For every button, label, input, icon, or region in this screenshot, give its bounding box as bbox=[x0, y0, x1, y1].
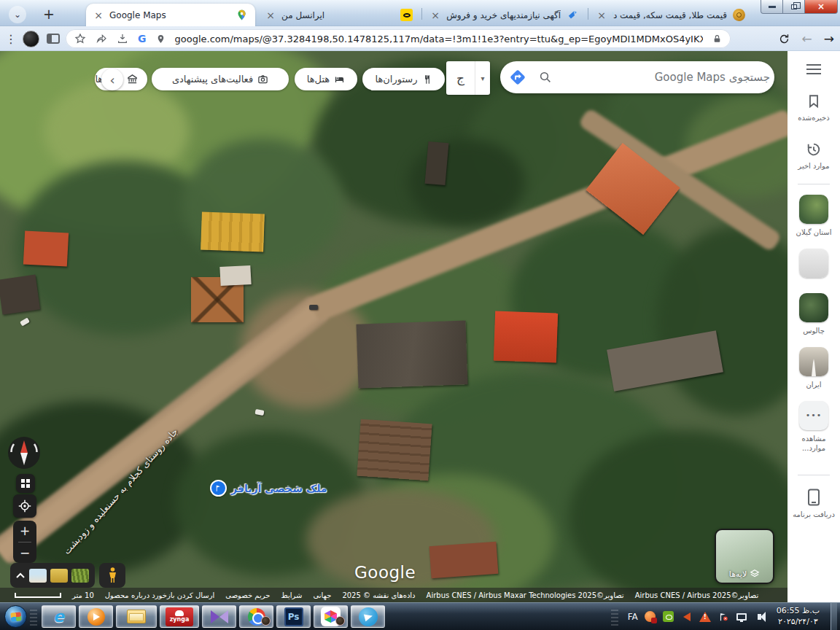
minimize-icon bbox=[769, 6, 776, 8]
sidebar-item-recents[interactable]: موارد اخیر bbox=[798, 141, 829, 171]
hotel-bed-icon bbox=[334, 74, 345, 85]
zoom-control: + − bbox=[13, 521, 36, 563]
collapse-chevron-icon[interactable] bbox=[15, 572, 26, 579]
taskbar-internet-explorer-button[interactable]: e bbox=[42, 605, 76, 628]
tab-irancell[interactable]: × ایرانسل من bbox=[258, 4, 420, 26]
imagery-thumb-field[interactable] bbox=[50, 569, 68, 583]
imagery-thumb-crops[interactable] bbox=[71, 569, 89, 583]
zoom-in-button[interactable]: + bbox=[13, 521, 36, 542]
chip-activities[interactable]: فعالیت‌های پیشنهادی bbox=[152, 68, 289, 90]
bookmark-star-icon[interactable] bbox=[74, 33, 86, 44]
lock-icon[interactable] bbox=[712, 34, 722, 44]
taskbar-photoshop-button[interactable]: Ps bbox=[276, 605, 311, 628]
restore-button[interactable] bbox=[783, 0, 805, 14]
layers-button[interactable]: لایه‌ها bbox=[715, 529, 774, 584]
poi-label[interactable]: ملک شخصی آریافر bbox=[231, 483, 327, 494]
tray-nvidia-icon[interactable] bbox=[663, 611, 674, 623]
tray-volume-orange-icon[interactable] bbox=[681, 611, 693, 623]
reload-icon[interactable] bbox=[778, 33, 790, 45]
terms-link[interactable]: شرایط bbox=[281, 591, 302, 599]
taskbar-clock[interactable]: ب.ظ 06:55 ۲۰۲۵/۲۴/۰۳ bbox=[772, 606, 824, 628]
maps-search-box[interactable]: جستجوی Google Maps bbox=[500, 61, 774, 93]
imagery-thumb-sky[interactable] bbox=[29, 569, 47, 583]
tab-close-icon[interactable]: × bbox=[430, 9, 440, 21]
chip-hotels[interactable]: هتل‌ها bbox=[295, 68, 357, 90]
minimize-button[interactable] bbox=[761, 0, 783, 14]
google-g-icon[interactable]: G bbox=[138, 33, 147, 44]
sidebar-shortcut-gilan[interactable]: استان گیلان bbox=[796, 195, 832, 237]
taskbar-media-player-button[interactable] bbox=[79, 605, 113, 628]
taskbar-kmplayer-button[interactable] bbox=[202, 605, 236, 628]
taskbar-telegram-button[interactable] bbox=[351, 605, 385, 628]
sidebar-item-saved[interactable]: ذخیره‌شده bbox=[798, 93, 829, 122]
sidebar-shortcut-chalus[interactable]: چالوس bbox=[799, 293, 828, 335]
back-icon[interactable]: ← bbox=[802, 31, 812, 46]
close-button[interactable]: × bbox=[805, 0, 838, 14]
privacy-link[interactable]: حریم خصوصی bbox=[225, 591, 270, 599]
pegman-button[interactable] bbox=[99, 563, 125, 588]
show-desktop-button[interactable] bbox=[831, 603, 837, 630]
side-panel-icon[interactable] bbox=[44, 26, 63, 51]
car-white bbox=[20, 317, 30, 326]
browser-menu-kebab-icon[interactable]: ⋮ bbox=[4, 26, 18, 51]
tab-close-icon[interactable]: × bbox=[596, 9, 607, 21]
shortcut-thumbnail bbox=[799, 195, 828, 224]
taskbar-zynga-button[interactable]: zynga bbox=[160, 605, 199, 628]
sidebar-shortcut-unlabeled[interactable] bbox=[799, 249, 828, 281]
global-link[interactable]: جهانی bbox=[313, 591, 331, 599]
tab-close-icon[interactable]: × bbox=[93, 9, 104, 21]
google-watermark: Google bbox=[354, 563, 416, 582]
imagery-carousel[interactable] bbox=[10, 563, 95, 588]
url-text[interactable]: google.com/maps/@37.3284198,50.1478125,1… bbox=[175, 34, 704, 44]
search-input[interactable]: جستجوی Google Maps bbox=[559, 71, 770, 84]
sidebar-item-see-more[interactable]: ••• مشاهده موارد... bbox=[790, 401, 837, 453]
tab-strip: ⌄ + × Google Maps × ایرانسل من × آگهی نی… bbox=[0, 0, 840, 26]
input-tools-glyph[interactable]: ج bbox=[446, 61, 475, 95]
tab-google-maps[interactable]: × Google Maps bbox=[86, 4, 255, 26]
search-icon[interactable] bbox=[532, 63, 559, 92]
phone-icon bbox=[806, 489, 821, 506]
poi-marker[interactable]: ملک شخصی آریافر bbox=[210, 480, 327, 497]
tab-search-icon[interactable]: ⌄ bbox=[9, 6, 26, 23]
compass-control[interactable] bbox=[6, 435, 42, 471]
chip-restaurants[interactable]: رستوران‌ها bbox=[362, 68, 445, 90]
language-indicator[interactable]: FA bbox=[628, 612, 638, 622]
tray-network-icon[interactable] bbox=[736, 611, 747, 623]
taskbar-hexagon-app-button[interactable] bbox=[314, 605, 348, 628]
tab-gold-prices[interactable]: × قیمت طلا, قیمت سکه, قیمت دلار - شبکه bbox=[589, 4, 752, 26]
flag-marker-icon[interactable] bbox=[210, 480, 227, 497]
tray-speaker-icon[interactable] bbox=[754, 611, 766, 623]
input-tools-selector[interactable]: ج ▾ bbox=[446, 61, 490, 95]
taskbar-chrome-button[interactable] bbox=[239, 605, 273, 628]
tray-badge-icon[interactable] bbox=[645, 611, 656, 623]
start-button[interactable] bbox=[4, 605, 27, 628]
sidebar-item-get-app[interactable]: دریافت برنامه bbox=[793, 489, 835, 519]
download-icon[interactable] bbox=[117, 33, 128, 44]
tab-close-icon[interactable]: × bbox=[265, 9, 276, 21]
system-tray: FA ب.ظ 06:55 ۲۰۲۵/۲۴/۰۳ bbox=[611, 603, 840, 630]
gold-coin-favicon bbox=[733, 9, 745, 21]
zoom-out-button[interactable]: − bbox=[13, 542, 36, 564]
new-tab-button[interactable]: + bbox=[39, 4, 58, 23]
building-white-shed bbox=[219, 265, 251, 286]
chips-scroll-left-button[interactable]: ‹ bbox=[101, 69, 123, 90]
directions-icon[interactable] bbox=[503, 63, 532, 92]
taskbar-explorer-button[interactable] bbox=[116, 605, 157, 628]
forward-icon[interactable]: → bbox=[824, 31, 834, 46]
satellite-map[interactable]: جاده روستای کجلام به حسنعلیده و زودبشت م… bbox=[0, 51, 788, 602]
my-location-button[interactable] bbox=[13, 494, 36, 518]
tab-sheypoor[interactable]: × آگهی نیازمندیهای خرید و فروش - شیپور bbox=[423, 4, 586, 26]
feedback-link[interactable]: ارسال کردن بازخورد درباره محصول bbox=[105, 591, 214, 599]
sidebar-shortcut-iran[interactable]: ایران bbox=[799, 347, 828, 389]
hamburger-menu-icon[interactable] bbox=[806, 64, 821, 74]
share-icon[interactable] bbox=[96, 33, 107, 44]
profile-avatar[interactable] bbox=[20, 26, 41, 51]
sidebar-item-label: موارد اخیر bbox=[798, 161, 829, 171]
building-rust-roof-bottom bbox=[429, 542, 499, 578]
tray-actioncenter-flag-icon[interactable] bbox=[718, 611, 729, 623]
apps-grid-button[interactable] bbox=[16, 474, 35, 493]
tray-warning-icon[interactable] bbox=[699, 611, 711, 623]
omnibox[interactable]: G google.com/maps/@37.3284198,50.1478125… bbox=[66, 29, 731, 48]
input-tools-caret-icon[interactable]: ▾ bbox=[475, 61, 490, 95]
building-dark-warehouse bbox=[357, 320, 468, 388]
